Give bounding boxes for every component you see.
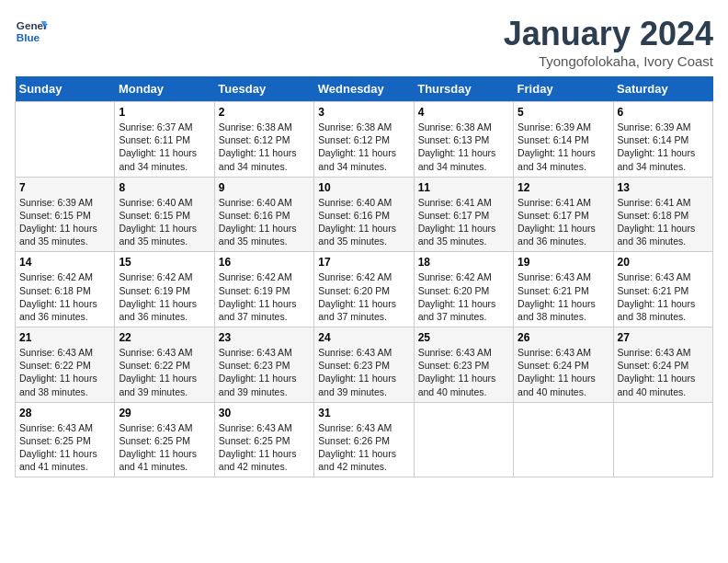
cell-info: Sunrise: 6:41 AM Sunset: 6:17 PM Dayligh… <box>418 196 509 248</box>
calendar-table: SundayMondayTuesdayWednesdayThursdayFrid… <box>15 76 713 477</box>
cell-info: Sunrise: 6:41 AM Sunset: 6:17 PM Dayligh… <box>518 196 609 248</box>
calendar-cell: 31Sunrise: 6:43 AM Sunset: 6:26 PM Dayli… <box>314 402 414 477</box>
header-friday: Friday <box>514 76 613 102</box>
cell-info: Sunrise: 6:43 AM Sunset: 6:21 PM Dayligh… <box>518 270 609 323</box>
calendar-cell: 18Sunrise: 6:42 AM Sunset: 6:20 PM Dayli… <box>414 252 513 327</box>
cell-info: Sunrise: 6:42 AM Sunset: 6:19 PM Dayligh… <box>119 270 210 323</box>
calendar-title: January 2024 <box>504 15 713 53</box>
week-row-1: 1Sunrise: 6:37 AM Sunset: 6:11 PM Daylig… <box>16 102 713 178</box>
calendar-cell: 3Sunrise: 6:38 AM Sunset: 6:12 PM Daylig… <box>314 102 414 178</box>
day-number: 12 <box>518 181 609 194</box>
day-number: 20 <box>618 256 709 269</box>
day-number: 13 <box>618 181 709 194</box>
header-monday: Monday <box>115 76 214 102</box>
header-row: SundayMondayTuesdayWednesdayThursdayFrid… <box>16 76 713 102</box>
logo: General Blue <box>15 15 48 48</box>
cell-info: Sunrise: 6:43 AM Sunset: 6:25 PM Dayligh… <box>119 421 210 474</box>
svg-text:Blue: Blue <box>17 31 40 43</box>
cell-info: Sunrise: 6:43 AM Sunset: 6:22 PM Dayligh… <box>19 346 110 398</box>
calendar-cell: 19Sunrise: 6:43 AM Sunset: 6:21 PM Dayli… <box>514 252 613 327</box>
calendar-cell: 4Sunrise: 6:38 AM Sunset: 6:13 PM Daylig… <box>414 102 513 178</box>
day-number: 24 <box>318 331 409 344</box>
day-number: 9 <box>219 181 310 194</box>
header: General Blue January 2024 Tyongofolokaha… <box>15 15 713 69</box>
calendar-cell: 12Sunrise: 6:41 AM Sunset: 6:17 PM Dayli… <box>514 177 613 252</box>
day-number: 14 <box>19 256 110 269</box>
day-number: 1 <box>119 106 210 119</box>
calendar-cell: 11Sunrise: 6:41 AM Sunset: 6:17 PM Dayli… <box>414 177 513 252</box>
cell-info: Sunrise: 6:37 AM Sunset: 6:11 PM Dayligh… <box>119 121 210 173</box>
svg-text:General: General <box>17 19 48 31</box>
day-number: 22 <box>119 331 210 344</box>
week-row-4: 21Sunrise: 6:43 AM Sunset: 6:22 PM Dayli… <box>16 327 713 403</box>
title-area: January 2024 Tyongofolokaha, Ivory Coast <box>504 15 713 69</box>
calendar-cell: 30Sunrise: 6:43 AM Sunset: 6:25 PM Dayli… <box>214 402 313 477</box>
cell-info: Sunrise: 6:40 AM Sunset: 6:16 PM Dayligh… <box>318 196 409 248</box>
calendar-cell: 1Sunrise: 6:37 AM Sunset: 6:11 PM Daylig… <box>115 102 214 178</box>
cell-info: Sunrise: 6:43 AM Sunset: 6:23 PM Dayligh… <box>219 346 310 398</box>
cell-info: Sunrise: 6:40 AM Sunset: 6:15 PM Dayligh… <box>119 196 210 248</box>
cell-info: Sunrise: 6:43 AM Sunset: 6:24 PM Dayligh… <box>518 346 609 398</box>
cell-info: Sunrise: 6:43 AM Sunset: 6:25 PM Dayligh… <box>219 421 310 474</box>
calendar-cell: 10Sunrise: 6:40 AM Sunset: 6:16 PM Dayli… <box>314 177 414 252</box>
calendar-cell: 23Sunrise: 6:43 AM Sunset: 6:23 PM Dayli… <box>214 327 313 403</box>
cell-info: Sunrise: 6:38 AM Sunset: 6:12 PM Dayligh… <box>318 121 409 173</box>
day-number: 19 <box>518 256 609 269</box>
cell-info: Sunrise: 6:39 AM Sunset: 6:14 PM Dayligh… <box>518 121 609 173</box>
calendar-cell: 5Sunrise: 6:39 AM Sunset: 6:14 PM Daylig… <box>514 102 613 178</box>
calendar-cell <box>414 402 513 477</box>
day-number: 16 <box>219 256 310 269</box>
header-wednesday: Wednesday <box>314 76 414 102</box>
calendar-cell: 26Sunrise: 6:43 AM Sunset: 6:24 PM Dayli… <box>514 327 613 403</box>
calendar-cell: 20Sunrise: 6:43 AM Sunset: 6:21 PM Dayli… <box>613 252 712 327</box>
header-sunday: Sunday <box>16 76 115 102</box>
day-number: 30 <box>219 407 310 419</box>
day-number: 15 <box>119 256 210 269</box>
cell-info: Sunrise: 6:39 AM Sunset: 6:14 PM Dayligh… <box>618 121 709 173</box>
calendar-cell: 22Sunrise: 6:43 AM Sunset: 6:22 PM Dayli… <box>115 327 214 403</box>
day-number: 17 <box>318 256 409 269</box>
cell-info: Sunrise: 6:42 AM Sunset: 6:19 PM Dayligh… <box>219 270 310 323</box>
day-number: 26 <box>518 331 609 344</box>
header-thursday: Thursday <box>414 76 513 102</box>
day-number: 18 <box>418 256 509 269</box>
calendar-cell: 17Sunrise: 6:42 AM Sunset: 6:20 PM Dayli… <box>314 252 414 327</box>
logo-icon: General Blue <box>15 15 48 48</box>
day-number: 21 <box>19 331 110 344</box>
calendar-cell: 24Sunrise: 6:43 AM Sunset: 6:23 PM Dayli… <box>314 327 414 403</box>
calendar-cell: 7Sunrise: 6:39 AM Sunset: 6:15 PM Daylig… <box>16 177 115 252</box>
day-number: 25 <box>418 331 509 344</box>
cell-info: Sunrise: 6:43 AM Sunset: 6:24 PM Dayligh… <box>618 346 709 398</box>
calendar-cell: 8Sunrise: 6:40 AM Sunset: 6:15 PM Daylig… <box>115 177 214 252</box>
calendar-cell: 21Sunrise: 6:43 AM Sunset: 6:22 PM Dayli… <box>16 327 115 403</box>
cell-info: Sunrise: 6:42 AM Sunset: 6:20 PM Dayligh… <box>318 270 409 323</box>
calendar-cell: 25Sunrise: 6:43 AM Sunset: 6:23 PM Dayli… <box>414 327 513 403</box>
calendar-subtitle: Tyongofolokaha, Ivory Coast <box>504 53 713 69</box>
calendar-cell: 6Sunrise: 6:39 AM Sunset: 6:14 PM Daylig… <box>613 102 712 178</box>
cell-info: Sunrise: 6:43 AM Sunset: 6:26 PM Dayligh… <box>318 421 409 474</box>
calendar-cell <box>514 402 613 477</box>
calendar-cell: 16Sunrise: 6:42 AM Sunset: 6:19 PM Dayli… <box>214 252 313 327</box>
cell-info: Sunrise: 6:38 AM Sunset: 6:12 PM Dayligh… <box>219 121 310 173</box>
cell-info: Sunrise: 6:40 AM Sunset: 6:16 PM Dayligh… <box>219 196 310 248</box>
calendar-cell <box>16 102 115 178</box>
calendar-cell: 2Sunrise: 6:38 AM Sunset: 6:12 PM Daylig… <box>214 102 313 178</box>
day-number: 3 <box>318 106 409 119</box>
calendar-cell: 28Sunrise: 6:43 AM Sunset: 6:25 PM Dayli… <box>16 402 115 477</box>
day-number: 11 <box>418 181 509 194</box>
day-number: 6 <box>618 106 709 119</box>
day-number: 8 <box>119 181 210 194</box>
day-number: 28 <box>19 407 110 419</box>
day-number: 27 <box>618 331 709 344</box>
calendar-cell: 9Sunrise: 6:40 AM Sunset: 6:16 PM Daylig… <box>214 177 313 252</box>
day-number: 29 <box>119 407 210 419</box>
day-number: 4 <box>418 106 509 119</box>
week-row-5: 28Sunrise: 6:43 AM Sunset: 6:25 PM Dayli… <box>16 402 713 477</box>
cell-info: Sunrise: 6:43 AM Sunset: 6:23 PM Dayligh… <box>318 346 409 398</box>
cell-info: Sunrise: 6:43 AM Sunset: 6:22 PM Dayligh… <box>119 346 210 398</box>
calendar-cell: 14Sunrise: 6:42 AM Sunset: 6:18 PM Dayli… <box>16 252 115 327</box>
calendar-cell: 27Sunrise: 6:43 AM Sunset: 6:24 PM Dayli… <box>613 327 712 403</box>
cell-info: Sunrise: 6:38 AM Sunset: 6:13 PM Dayligh… <box>418 121 509 173</box>
calendar-cell: 13Sunrise: 6:41 AM Sunset: 6:18 PM Dayli… <box>613 177 712 252</box>
day-number: 7 <box>19 181 110 194</box>
